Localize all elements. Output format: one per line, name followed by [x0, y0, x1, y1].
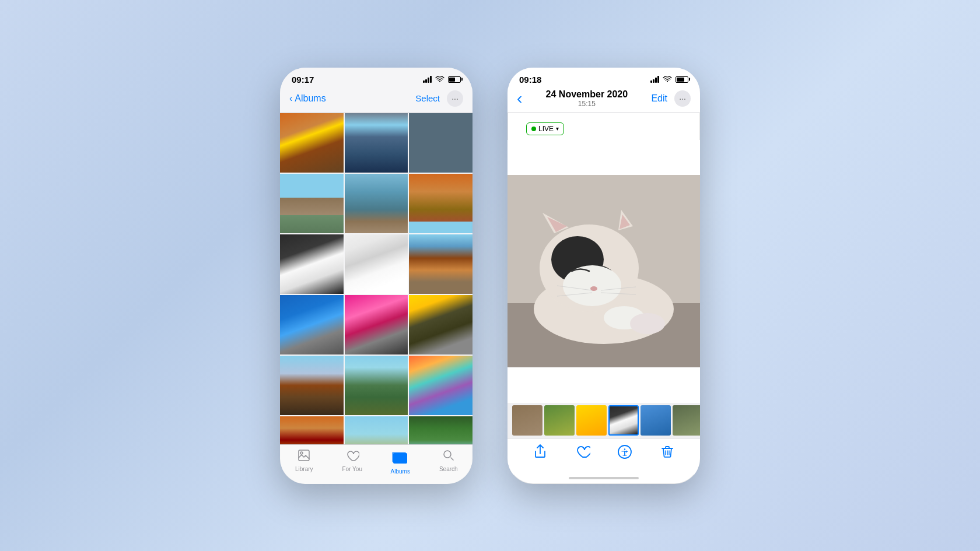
grid-cell[interactable]	[280, 356, 344, 415]
edit-button[interactable]: Edit	[651, 93, 667, 104]
detail-title: 24 November 2020 15:15	[546, 89, 628, 108]
thumbnail-strip	[508, 403, 700, 438]
svg-rect-4	[394, 454, 406, 462]
photo-thumbnail	[280, 356, 344, 415]
tab-search-label: Search	[439, 466, 458, 472]
photo-thumbnail	[345, 113, 408, 173]
thumb-item[interactable]	[512, 405, 542, 436]
grid-cell[interactable]	[409, 174, 473, 233]
grid-cell[interactable]	[409, 416, 473, 444]
svg-point-26	[624, 448, 625, 450]
grid-row	[280, 234, 473, 294]
search-tab-icon	[442, 448, 456, 465]
tab-library[interactable]: Library	[286, 448, 321, 475]
favorite-button[interactable]	[575, 444, 590, 463]
thumb-item[interactable]	[544, 405, 575, 436]
svg-point-5	[444, 451, 451, 458]
time-left: 09:17	[292, 75, 314, 85]
more-button[interactable]: ···	[447, 90, 463, 107]
photo-thumbnail	[280, 295, 344, 355]
time-right: 09:18	[519, 75, 541, 85]
info-button[interactable]	[617, 444, 632, 463]
grid-cell[interactable]	[409, 295, 473, 355]
more-button-right[interactable]: ···	[674, 90, 691, 107]
photo-thumbnail	[409, 174, 473, 233]
status-bar-left: 09:17	[280, 68, 473, 87]
grid-cell[interactable]	[345, 356, 408, 415]
grid-row	[280, 295, 473, 355]
grid-cell[interactable]	[409, 356, 473, 415]
svg-point-24	[630, 313, 665, 334]
detail-actions: Edit ···	[651, 90, 691, 107]
grid-row	[280, 174, 473, 233]
grid-cell[interactable]	[345, 416, 408, 444]
wifi-icon	[435, 76, 444, 83]
tab-bar: Library For You Albums	[280, 444, 473, 484]
signal-icon-right	[650, 76, 659, 83]
status-bar-right: 09:18	[508, 68, 700, 87]
for-you-icon	[345, 448, 359, 465]
cat-photo	[508, 175, 700, 367]
tab-albums-label: Albums	[391, 468, 410, 475]
photo-grid	[280, 113, 473, 444]
battery-icon-right	[676, 76, 688, 83]
photo-thumbnail	[345, 356, 408, 415]
grid-cell[interactable]	[280, 416, 344, 444]
thumb-item[interactable]	[576, 405, 607, 436]
photo-thumbnail	[409, 356, 473, 415]
grid-cell[interactable]	[280, 174, 344, 233]
grid-cell[interactable]	[345, 174, 408, 233]
nav-bar-left: ‹ Albums Select ···	[280, 87, 473, 113]
battery-icon	[448, 76, 461, 83]
thumb-item-selected[interactable]	[608, 405, 639, 436]
live-chevron: ▾	[556, 125, 559, 132]
back-button-right[interactable]: ‹	[517, 90, 522, 107]
right-phone: 09:18 ‹ 24 November 20	[508, 68, 700, 484]
grid-cell[interactable]	[409, 234, 473, 294]
grid-row	[280, 113, 473, 173]
thumb-item[interactable]	[673, 405, 700, 436]
photo-thumbnail	[345, 234, 408, 294]
tab-for-you[interactable]: For You	[335, 448, 370, 475]
back-label: Albums	[295, 93, 326, 104]
photo-thumbnail	[280, 416, 344, 444]
grid-cell-selected[interactable]	[280, 234, 344, 294]
live-badge-container: LIVE ▾	[508, 113, 700, 140]
photo-thumbnail	[409, 295, 473, 355]
share-button[interactable]	[533, 444, 548, 463]
grid-cell[interactable]	[280, 295, 344, 355]
library-icon	[297, 448, 311, 465]
photo-thumbnail	[409, 416, 473, 444]
photo-thumbnail	[409, 234, 473, 294]
grid-cell[interactable]	[345, 234, 408, 294]
tab-library-label: Library	[295, 466, 313, 472]
grid-cell[interactable]	[280, 113, 344, 173]
grid-cell[interactable]	[409, 113, 473, 173]
photo-time: 15:15	[546, 100, 628, 108]
photo-thumbnail	[409, 113, 473, 173]
live-indicator	[531, 127, 536, 131]
photo-thumbnail	[345, 174, 408, 233]
signal-icon	[423, 76, 432, 83]
photo-thumbnail	[280, 174, 344, 233]
live-label: LIVE	[538, 125, 554, 133]
grid-row	[280, 416, 473, 444]
delete-button[interactable]	[660, 444, 675, 463]
tab-albums[interactable]: Albums	[383, 448, 418, 475]
status-icons-left	[423, 76, 461, 83]
tab-search[interactable]: Search	[431, 448, 466, 475]
select-button[interactable]: Select	[415, 93, 440, 103]
back-button[interactable]: ‹ Albums	[289, 93, 326, 104]
albums-icon	[391, 448, 410, 467]
photo-thumbnail	[280, 234, 344, 294]
photo-detail-area[interactable]	[508, 140, 700, 403]
photo-thumbnail	[345, 416, 408, 444]
live-badge[interactable]: LIVE ▾	[526, 122, 564, 135]
photo-date: 24 November 2020	[546, 89, 628, 100]
photo-thumbnail	[345, 295, 408, 355]
thumb-item[interactable]	[640, 405, 671, 436]
svg-rect-0	[299, 450, 309, 461]
tab-for-you-label: For You	[342, 466, 362, 472]
grid-cell[interactable]	[345, 113, 408, 173]
grid-cell[interactable]	[345, 295, 408, 355]
